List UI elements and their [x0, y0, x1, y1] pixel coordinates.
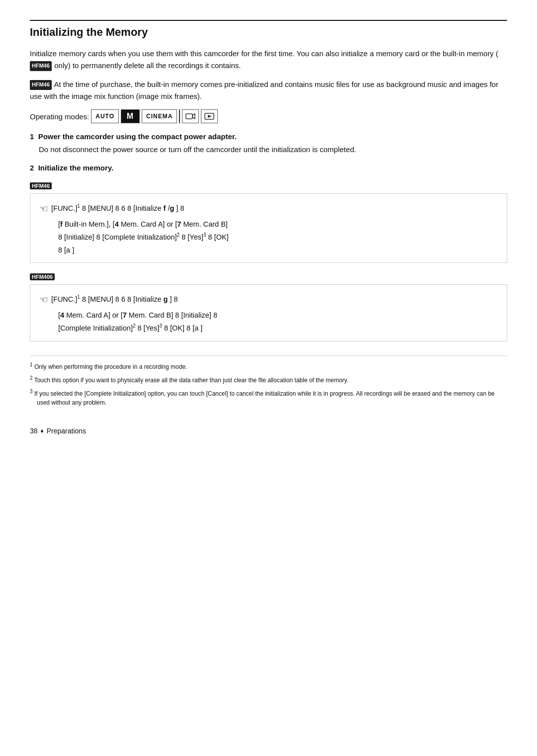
step-1: 1 Power the camcorder using the compact …: [30, 132, 507, 156]
step-1-body: Do not disconnect the power source or tu…: [39, 144, 507, 156]
step-1-title: 1 Power the camcorder using the compact …: [30, 132, 507, 141]
hfm406-instruction-box: ☜[FUNC.]1 8 [MENU] 8 6 8 [Initialize g ]…: [30, 284, 507, 341]
footer-section-label: Preparations: [47, 427, 86, 435]
step-2-title: 2 Initialize the memory.: [30, 164, 507, 172]
hand-icon-hfm46: ☜: [39, 203, 48, 214]
badge-hfm46-section: HFM46: [30, 182, 52, 189]
mode-auto: AUTO: [91, 109, 119, 123]
page-title: Initializing the Memory: [30, 20, 507, 39]
operating-modes-label: Operating modes:: [30, 112, 89, 121]
mode-m: M: [121, 109, 140, 123]
footer-row: 38 ♦ Preparations: [30, 427, 507, 435]
separator: [179, 109, 180, 123]
badge-hfm46-inline: HFM46: [30, 61, 52, 71]
hfm46-line-4: 8 [a ]: [58, 244, 498, 256]
hfm406-line-2: [4 Mem. Card A] or [7 Mem. Card B] 8 [In…: [58, 309, 498, 322]
footnote-2: 2 Touch this option if you want to physi…: [30, 374, 507, 385]
hfm46-line-2: [f Built-in Mem.], [4 Mem. Card A] or [7…: [58, 218, 498, 231]
mode-icon-record: [182, 109, 199, 123]
mode-cinema: CINEMA: [142, 109, 177, 123]
hfm406-line-3: [Complete Initialization]2 8 [Yes]3 8 [O…: [58, 322, 498, 335]
hfm46-line-1: ☜[FUNC.]1 8 [MENU] 8 6 8 [Initialize f /…: [39, 200, 498, 218]
step-2: 2 Initialize the memory.: [30, 164, 507, 172]
hfm46-line-3: 8 [Initialize] 8 [Complete Initializatio…: [58, 231, 498, 244]
svg-marker-3: [208, 115, 212, 118]
footnote-1: 1 Only when performing the procedure in …: [30, 361, 507, 371]
badge-hfm46-para2: HFM46: [30, 80, 52, 90]
footer-page-number: 38: [30, 427, 38, 435]
badge-hfm406-section: HFM406: [30, 273, 55, 280]
hand-icon-hfm406: ☜: [39, 294, 48, 305]
operating-modes-row: Operating modes: AUTO M CINEMA: [30, 109, 507, 123]
intro-paragraph-2: HFM46 At the time of purchase, the built…: [30, 79, 507, 102]
hfm46-section-badge-row: HFM46: [30, 181, 507, 189]
footer-bullet: ♦: [41, 427, 44, 434]
hfm46-instruction-box: ☜[FUNC.]1 8 [MENU] 8 6 8 [Initialize f /…: [30, 193, 507, 263]
footnote-3: 3 If you selected the [Complete Initiali…: [30, 388, 507, 407]
footnote-section: 1 Only when performing the procedure in …: [30, 355, 507, 407]
hfm406-line-1: ☜[FUNC.]1 8 [MENU] 8 6 8 [Initialize g ]…: [39, 291, 498, 309]
mode-icon-play: [201, 109, 218, 123]
svg-rect-0: [186, 114, 192, 119]
hfm406-section-badge-row: HFM406: [30, 272, 507, 280]
intro-paragraph-1: Initialize memory cards when you use the…: [30, 48, 507, 72]
